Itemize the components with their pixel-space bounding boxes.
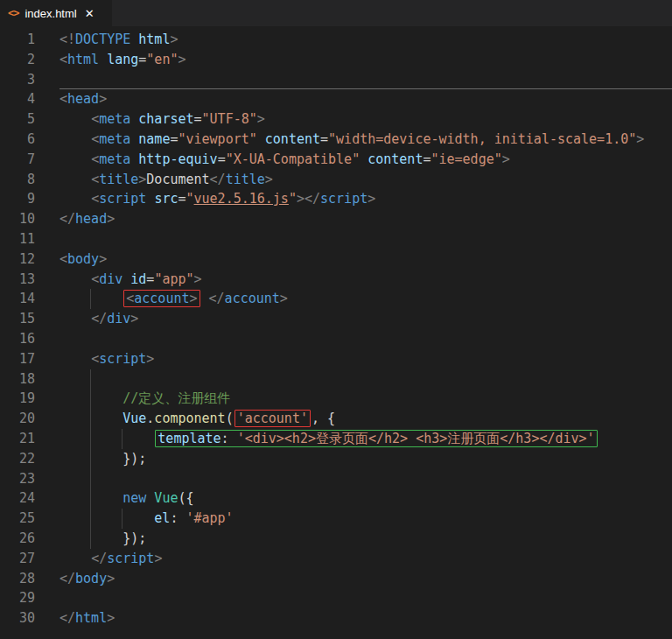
code-line[interactable]: 3	[0, 70, 672, 90]
code-line[interactable]: 20 Vue.component('account', {	[0, 409, 672, 429]
line-number[interactable]: 16	[0, 329, 35, 349]
indent-spaces	[60, 351, 91, 367]
code-line[interactable]: 27 </script>	[0, 549, 672, 569]
code-token: <	[91, 172, 99, 187]
code-token: >	[107, 610, 115, 626]
code-line[interactable]: 11	[0, 229, 672, 249]
line-number[interactable]: 15	[0, 309, 35, 329]
code-token: "en"	[146, 52, 178, 67]
line-number[interactable]: 5	[0, 109, 35, 130]
line-number[interactable]: 21	[0, 429, 35, 449]
code-line[interactable]: 22 });	[0, 449, 672, 469]
code-token: <	[60, 91, 67, 107]
line-number[interactable]: 20	[0, 409, 35, 429]
code-line[interactable]: 10</head>	[0, 209, 672, 229]
line-number[interactable]: 13	[0, 270, 35, 290]
code-content	[60, 229, 672, 249]
code-line[interactable]: 26 });	[0, 529, 672, 549]
indent-spaces	[91, 291, 122, 306]
code-line[interactable]: 14 <account> </account>	[0, 289, 672, 309]
code-line[interactable]: 9 <script src="vue2.5.16.js"></script>	[0, 189, 672, 209]
line-number[interactable]: 26	[0, 529, 35, 549]
code-token: meta	[99, 111, 130, 127]
line-number[interactable]: 8	[0, 170, 35, 190]
line-number[interactable]: 23	[0, 469, 35, 489]
line-number[interactable]: 1	[0, 30, 35, 50]
code-token: Vue	[122, 411, 146, 426]
line-number[interactable]: 27	[0, 549, 35, 569]
code-token: content	[368, 151, 423, 167]
indent-spaces	[91, 490, 122, 506]
line-number[interactable]: 9	[0, 189, 35, 209]
code-token: >	[368, 191, 375, 207]
line-number[interactable]: 28	[0, 569, 35, 589]
code-content: <body>	[60, 249, 672, 270]
line-number[interactable]: 3	[0, 70, 35, 90]
code-line[interactable]: 13 <div id="app">	[0, 270, 672, 290]
line-number[interactable]: 24	[0, 488, 35, 509]
line-number[interactable]: 29	[0, 588, 35, 608]
code-line[interactable]: 2<html lang="en">	[0, 50, 672, 70]
code-line[interactable]: 19 //定义、注册组件	[0, 389, 672, 409]
indent-spaces	[60, 151, 91, 167]
code-content: });	[60, 529, 672, 549]
editor[interactable]: 1<!DOCTYPE html>2<html lang="en">34<head…	[0, 26, 672, 639]
line-number[interactable]: 10	[0, 209, 35, 229]
line-number[interactable]: 11	[0, 229, 35, 249]
code-line[interactable]: 30</html>	[0, 608, 672, 628]
line-number[interactable]: 4	[0, 89, 35, 109]
code-token: body	[67, 251, 99, 267]
editor-lines: 1<!DOCTYPE html>2<html lang="en">34<head…	[0, 30, 672, 628]
code-line[interactable]: 23	[0, 469, 672, 489]
line-number[interactable]: 12	[0, 249, 35, 270]
indent-guide	[91, 429, 122, 449]
code-line[interactable]: 17 <script>	[0, 349, 672, 369]
code-line[interactable]: 1<!DOCTYPE html>	[0, 30, 672, 50]
code-line[interactable]: 21 template: '<div><h2>登录页面</h2> <h3>注册页…	[0, 429, 672, 449]
code-token: '#app'	[186, 510, 233, 526]
line-number[interactable]: 2	[0, 50, 35, 70]
line-number[interactable]: 19	[0, 389, 35, 409]
indent-guide	[60, 449, 91, 469]
code-line[interactable]: 15 </div>	[0, 309, 672, 329]
code-content: </head>	[60, 209, 672, 229]
code-line[interactable]: 6 <meta name="viewport" content="width=d…	[0, 130, 672, 150]
code-line[interactable]: 4<head>	[0, 89, 672, 109]
line-number[interactable]: 7	[0, 150, 35, 170]
line-number[interactable]: 17	[0, 349, 35, 369]
code-line[interactable]: 7 <meta http-equiv="X-UA-Compatible" con…	[0, 150, 672, 170]
code-token	[257, 131, 265, 147]
code-token: new	[122, 490, 146, 506]
code-token: account	[134, 291, 189, 306]
line-number[interactable]: 22	[0, 449, 35, 469]
code-token	[201, 291, 209, 306]
code-line[interactable]: 28</body>	[0, 569, 672, 589]
code-line[interactable]: 12<body>	[0, 249, 672, 270]
code-line[interactable]: 16	[0, 329, 672, 349]
code-token: <	[126, 291, 134, 306]
line-number[interactable]: 6	[0, 130, 35, 150]
indent-guide	[60, 488, 91, 509]
code-line[interactable]: 18	[0, 369, 672, 390]
code-line[interactable]: 25 el: '#app'	[0, 509, 672, 529]
code-token	[130, 131, 138, 147]
tab-index-html[interactable]: <> index.html ✕	[0, 0, 112, 26]
code-line[interactable]: 8 <title>Document</title>	[0, 170, 672, 190]
red-annotation-box: 'account'	[234, 410, 311, 427]
indent-guide	[60, 469, 91, 489]
line-number[interactable]: 25	[0, 509, 35, 529]
line-number[interactable]: 18	[0, 369, 35, 390]
code-token: >	[130, 311, 138, 327]
line-number[interactable]: 30	[0, 608, 35, 628]
code-line[interactable]: 29	[0, 588, 672, 608]
code-token: >	[636, 131, 644, 147]
code-content: </div>	[60, 309, 672, 329]
code-content: });	[60, 449, 672, 469]
line-number[interactable]: 14	[0, 289, 35, 309]
code-line[interactable]: 24 new Vue({	[0, 488, 672, 509]
code-token: >	[280, 291, 288, 306]
code-token: title	[226, 172, 265, 187]
code-content: </body>	[60, 569, 672, 589]
tab-close-icon[interactable]: ✕	[85, 7, 94, 20]
code-line[interactable]: 5 <meta charset="UTF-8">	[0, 109, 672, 130]
